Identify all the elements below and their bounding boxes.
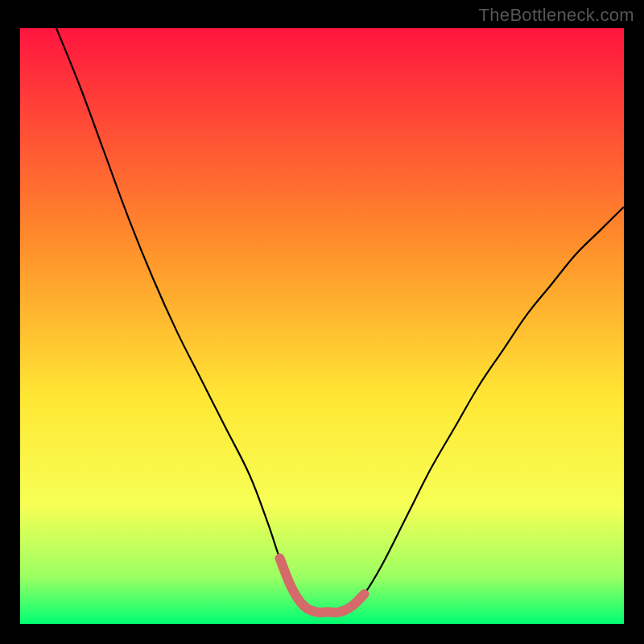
attribution-watermark: TheBottleneck.com bbox=[479, 5, 634, 26]
bottleneck-chart bbox=[20, 28, 624, 624]
chart-frame: TheBottleneck.com bbox=[0, 0, 644, 644]
gradient-background bbox=[20, 28, 624, 624]
